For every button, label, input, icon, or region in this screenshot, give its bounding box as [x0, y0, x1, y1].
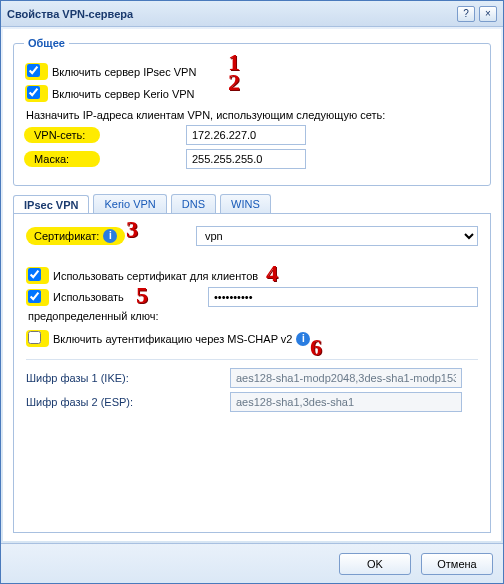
- general-fieldset: Общее Включить сервер IPsec VPN 1 Включи…: [13, 37, 491, 186]
- assign-ip-label: Назначить IP-адреса клиентам VPN, исполь…: [26, 109, 480, 121]
- annotation-4: 4: [266, 260, 278, 287]
- use-cert-hl: [26, 267, 49, 284]
- mschap-hl: [26, 330, 49, 347]
- kerio-enable-wrap: Включить сервер Kerio VPN: [24, 84, 199, 103]
- annotation-3: 3: [126, 216, 138, 243]
- titlebar: Свойства VPN-сервера ? ×: [1, 1, 503, 27]
- cert-label: Сертификат:: [34, 230, 99, 242]
- vpn-server-properties-window: Свойства VPN-сервера ? × Общее Включить …: [0, 0, 504, 584]
- dialog-footer: OK Отмена: [1, 543, 503, 583]
- ipsec-enable-label: Включить сервер IPsec VPN: [52, 66, 196, 78]
- tab-dns[interactable]: DNS: [171, 194, 216, 213]
- ok-button[interactable]: OK: [339, 553, 411, 575]
- ipsec-enable-wrap: Включить сервер IPsec VPN: [24, 62, 200, 81]
- cert-label-wrap: Сертификат: i: [26, 227, 125, 245]
- use-psk-checkbox[interactable]: [28, 290, 41, 303]
- psk-sublabel: предопределенный ключ:: [28, 310, 478, 322]
- phase2-label: Шифр фазы 2 (ESP):: [26, 396, 230, 408]
- window-title: Свойства VPN-сервера: [7, 8, 453, 20]
- use-psk-label: Использовать: [53, 291, 124, 303]
- annotation-1: 1: [228, 49, 240, 76]
- phase2-value: [230, 392, 462, 412]
- annotation-5: 5: [136, 282, 148, 309]
- content-area: Общее Включить сервер IPsec VPN 1 Включи…: [3, 29, 501, 541]
- network-input[interactable]: [186, 125, 306, 145]
- psk-input[interactable]: [208, 287, 478, 307]
- cancel-button[interactable]: Отмена: [421, 553, 493, 575]
- kerio-enable-label: Включить сервер Kerio VPN: [52, 88, 195, 100]
- ipsec-enable-hl: [25, 63, 48, 80]
- kerio-enable-hl: [25, 85, 48, 102]
- use-cert-checkbox[interactable]: [28, 268, 41, 281]
- phase1-label: Шифр фазы 1 (IKE):: [26, 372, 230, 384]
- mask-input[interactable]: [186, 149, 306, 169]
- annotation-6: 6: [310, 334, 322, 361]
- tabs: IPsec VPN Kerio VPN DNS WINS: [13, 194, 491, 213]
- mschap-label: Включить аутентификацию через MS-CHAP v2: [53, 333, 292, 345]
- tab-ipsec[interactable]: IPsec VPN: [13, 195, 89, 214]
- cert-select[interactable]: vpn: [196, 226, 478, 246]
- tabpanel-ipsec: Сертификат: i 3 vpn Использовать сертифи…: [13, 213, 491, 533]
- info-icon-mschap[interactable]: i: [296, 332, 310, 346]
- info-icon[interactable]: i: [103, 229, 117, 243]
- phase1-value: [230, 368, 462, 388]
- tab-wins[interactable]: WINS: [220, 194, 271, 213]
- mask-label: Маска:: [24, 151, 100, 167]
- ipsec-enable-checkbox[interactable]: [27, 64, 40, 77]
- use-psk-hl: [26, 289, 49, 306]
- network-label: VPN-сеть:: [24, 127, 100, 143]
- close-button[interactable]: ×: [479, 6, 497, 22]
- kerio-enable-checkbox[interactable]: [27, 86, 40, 99]
- mschap-checkbox[interactable]: [28, 331, 41, 344]
- general-legend: Общее: [24, 37, 69, 49]
- use-cert-label: Использовать сертификат для клиентов: [53, 270, 258, 282]
- tab-kerio[interactable]: Kerio VPN: [93, 194, 166, 213]
- help-button[interactable]: ?: [457, 6, 475, 22]
- separator: [26, 359, 478, 360]
